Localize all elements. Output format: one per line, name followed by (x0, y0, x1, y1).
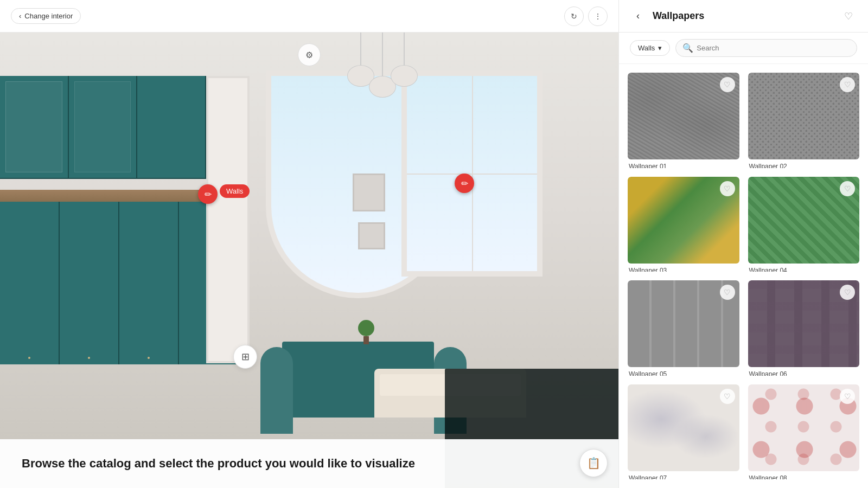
refresh-button[interactable]: ↻ (564, 7, 584, 26)
wallpaper-item-4[interactable]: ♡Wallpaper 04 (748, 177, 860, 272)
wallpaper-name-6: Wallpaper 06 (748, 367, 860, 376)
wallpaper-fav-2[interactable]: ♡ (840, 77, 855, 92)
walls-filter-button[interactable]: Walls ▾ (630, 40, 670, 56)
wallpaper-name-7: Wallpaper 07 (628, 471, 739, 480)
chair-left (260, 347, 293, 434)
wallpaper-thumb-3: ♡ (628, 177, 739, 264)
plants (358, 320, 374, 342)
search-box: 🔍 (675, 39, 857, 57)
panel-favorite-button[interactable]: ♡ (840, 8, 857, 25)
top-bar-right: ↻ ⋮ (564, 7, 608, 26)
change-interior-button[interactable]: ‹ Change interior (11, 8, 81, 24)
wallpaper-item-5[interactable]: ♡Wallpaper 05 (628, 280, 739, 376)
upper-cabinets (0, 76, 206, 179)
right-panel: ‹ Wallpapers ♡ Walls ▾ 🔍 ♡Wallpaper 01♡W… (618, 0, 868, 488)
wallpaper-thumb-7: ♡ (628, 384, 739, 471)
document-button[interactable]: 📋 (579, 449, 608, 477)
wallpaper-thumb-8: ♡ (748, 384, 860, 471)
refresh-icon: ↻ (571, 12, 577, 21)
wallpaper-thumb-1: ♡ (628, 73, 739, 159)
walls-hotspot[interactable]: ✏ (198, 184, 218, 204)
search-input[interactable] (697, 44, 850, 52)
bottom-banner-text: Browse the catalog and select the produc… (22, 457, 415, 471)
back-icon: ‹ (636, 10, 640, 22)
panel-back-button[interactable]: ‹ (630, 8, 646, 24)
panel-title: Wallpapers (653, 10, 833, 22)
wallpaper-item-3[interactable]: ♡Wallpaper 03 (628, 177, 739, 272)
wall-frame-2 (358, 222, 385, 249)
pendant-light-3 (391, 33, 418, 87)
pencil-icon: ✏ (205, 189, 212, 200)
wallpaper-fav-5[interactable]: ♡ (720, 285, 735, 300)
document-icon: 📋 (587, 457, 601, 470)
wallpaper-name-2: Wallpaper 02 (748, 159, 860, 168)
wallpaper-thumb-5: ♡ (628, 280, 739, 367)
wallpaper-item-2[interactable]: ♡Wallpaper 02 (748, 73, 860, 168)
search-icon: 🔍 (682, 43, 693, 53)
wallpaper-name-3: Wallpaper 03 (628, 264, 739, 272)
heart-icon: ♡ (844, 10, 853, 22)
wallpaper-item-8[interactable]: ♡Wallpaper 08 (748, 384, 860, 480)
wallpaper-item-1[interactable]: ♡Wallpaper 01 (628, 73, 739, 168)
wallpaper-item-7[interactable]: ♡Wallpaper 07 (628, 384, 739, 480)
layers-button[interactable]: ⊞ (233, 345, 257, 369)
right-hotspot[interactable]: ✏ (455, 174, 474, 193)
wallpaper-grid: ♡Wallpaper 01♡Wallpaper 02♡Wallpaper 03♡… (619, 64, 868, 488)
wallpaper-thumb-2: ♡ (748, 73, 860, 159)
top-bar: ‹ Change interior ↻ ⋮ (0, 0, 618, 33)
lower-cabinets (0, 202, 239, 364)
scene-area: ⚙ ✏ Walls ✏ ⊞ Browse the catalog and sel… (0, 33, 618, 488)
wallpaper-name-4: Wallpaper 04 (748, 264, 860, 272)
door-frame (206, 76, 250, 363)
panel-filters: Walls ▾ 🔍 (619, 33, 868, 64)
menu-icon: ⋮ (594, 12, 602, 21)
wallpaper-fav-1[interactable]: ♡ (720, 77, 735, 92)
wallpaper-name-5: Wallpaper 05 (628, 367, 739, 376)
wallpaper-item-6[interactable]: ♡Wallpaper 06 (748, 280, 860, 376)
chevron-left-icon: ‹ (19, 12, 21, 20)
bottom-banner: Browse the catalog and select the produc… (0, 439, 618, 488)
wallpaper-name-8: Wallpaper 08 (748, 471, 860, 480)
menu-button[interactable]: ⋮ (588, 7, 608, 26)
wall-frame-1 (353, 174, 385, 211)
wallpaper-thumb-4: ♡ (748, 177, 860, 264)
wallpaper-fav-4[interactable]: ♡ (840, 181, 855, 196)
walls-filter-label: Walls (638, 44, 655, 52)
layers-icon: ⊞ (241, 351, 250, 363)
main-area: ‹ Change interior ↻ ⋮ (0, 0, 618, 488)
wallpaper-fav-6[interactable]: ♡ (840, 285, 855, 300)
walls-hotspot-label[interactable]: Walls (220, 184, 250, 198)
wallpaper-fav-7[interactable]: ♡ (720, 389, 735, 404)
wallpaper-fav-3[interactable]: ♡ (720, 181, 735, 196)
panel-header: ‹ Wallpapers ♡ (619, 0, 868, 33)
change-interior-label: Change interior (24, 12, 73, 20)
wallpaper-fav-8[interactable]: ♡ (840, 389, 855, 404)
wallpaper-name-1: Wallpaper 01 (628, 159, 739, 168)
right-window (401, 70, 542, 277)
kitchen-scene: ⚙ ✏ Walls ✏ ⊞ (0, 33, 618, 488)
wallpaper-thumb-6: ♡ (748, 280, 860, 367)
settings-icon: ⚙ (305, 50, 313, 60)
scene-top-icon[interactable]: ⚙ (298, 43, 321, 66)
pencil-icon-2: ✏ (461, 178, 468, 189)
filter-arrow-icon: ▾ (658, 44, 662, 52)
